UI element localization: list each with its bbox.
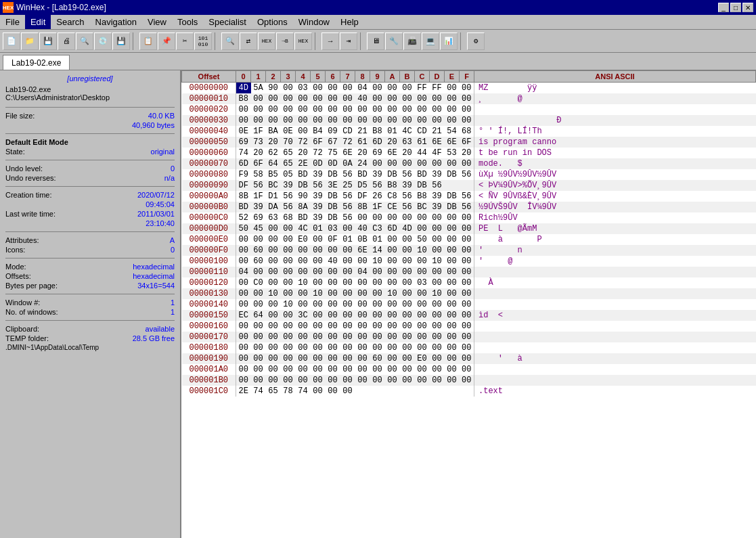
hex-cell[interactable]: 00	[430, 104, 445, 115]
hex-cell[interactable]: 56	[340, 191, 355, 202]
hex-cell[interactable]: 00	[326, 321, 340, 332]
hex-cell[interactable]: 00	[385, 277, 400, 288]
hex-cell[interactable]: 00	[415, 288, 430, 299]
hex-cell[interactable]: 00	[236, 288, 251, 299]
hex-cell[interactable]: 2E	[236, 386, 251, 397]
hex-cell[interactable]: 00	[445, 245, 460, 256]
hex-cell[interactable]: 60	[251, 256, 266, 267]
hex-cell[interactable]: CD	[415, 126, 430, 137]
hex-cell[interactable]: 72	[296, 137, 311, 148]
hex-cell[interactable]: 00	[251, 234, 266, 245]
hex-cell[interactable]: 00	[445, 212, 460, 223]
hex-cell[interactable]: 54	[445, 126, 460, 137]
hex-cell[interactable]: 00	[266, 321, 281, 332]
table-row[interactable]: 0000012000C00000100000000000000003000000…	[182, 277, 756, 288]
table-row[interactable]: 0000013000001000001000000000100000100000	[182, 288, 756, 299]
hex-cell[interactable]: 00	[281, 115, 296, 126]
arrow-right-btn[interactable]: →	[321, 32, 339, 50]
hex-cell[interactable]: 00	[460, 310, 474, 321]
hex-cell[interactable]: 00	[460, 364, 474, 375]
hex-cell[interactable]	[355, 386, 370, 397]
hex-cell[interactable]: 01	[340, 234, 355, 245]
hex-cell[interactable]: B4	[311, 126, 326, 137]
hex-cell[interactable]: 00	[385, 212, 400, 223]
table-row[interactable]: 0000010000600000000040000010000000100000…	[182, 256, 756, 267]
hex-cell[interactable]: 00	[400, 321, 415, 332]
hex-cell[interactable]: 61	[355, 137, 370, 148]
hex-cell[interactable]: 00	[236, 104, 251, 115]
goto-btn[interactable]: →B	[276, 32, 294, 50]
hex-cell[interactable]: 00	[311, 375, 326, 386]
hex-cell[interactable]: 00	[460, 288, 474, 299]
hex-cell[interactable]: BD	[236, 202, 251, 212]
hex-cell[interactable]: F9	[236, 169, 251, 180]
save-button[interactable]: 💾	[39, 32, 57, 50]
tab-lab19[interactable]: Lab19-02.exe	[3, 55, 70, 70]
floppy-button[interactable]: 💾	[112, 32, 130, 50]
hex-cell[interactable]: 6D	[385, 223, 400, 234]
hex-cell[interactable]: 00	[236, 364, 251, 375]
hex-cell[interactable]: 2E	[296, 158, 311, 169]
hex-cell[interactable]: 65	[266, 386, 281, 397]
hex-cell[interactable]: 00	[311, 332, 326, 342]
hex-cell[interactable]: 74	[296, 386, 311, 397]
hex-cell[interactable]: FF	[430, 83, 445, 94]
hex-cell[interactable]: 0A	[340, 158, 355, 169]
menu-item-specialist[interactable]: Specialist	[203, 15, 252, 29]
hex-cell[interactable]: 6E	[445, 137, 460, 148]
hex-cell[interactable]: 20	[296, 148, 311, 158]
hex-cell[interactable]: 00	[400, 115, 415, 126]
hex-cell[interactable]: 00	[296, 126, 311, 137]
hex-cell[interactable]: B8	[415, 191, 430, 202]
hex-cell[interactable]: 56	[340, 212, 355, 223]
hex-cell[interactable]: 00	[311, 299, 326, 310]
hex-cell[interactable]: C8	[385, 191, 400, 202]
table-row[interactable]: 000000D0504500004C01030040C36D4D00000000…	[182, 223, 756, 234]
hex-cell[interactable]: 56	[460, 202, 474, 212]
hex-cell[interactable]: 00	[400, 267, 415, 277]
hex-cell[interactable]: 39	[430, 191, 445, 202]
hex-cell[interactable]: BD	[415, 169, 430, 180]
hex-cell[interactable]: 00	[236, 277, 251, 288]
hex-cell[interactable]: BA	[266, 126, 281, 137]
hex-cell[interactable]: 00	[370, 104, 385, 115]
hex-cell[interactable]: 44	[415, 148, 430, 158]
hex-cell[interactable]: 00	[400, 256, 415, 267]
hex-cell[interactable]: 00	[415, 158, 430, 169]
hex-cell[interactable]: 00	[296, 93, 311, 104]
hex-cell[interactable]: 00	[415, 375, 430, 386]
hex-cell[interactable]: DB	[326, 212, 340, 223]
hex-cell[interactable]: 00	[430, 234, 445, 245]
hex-cell[interactable]: 00	[445, 375, 460, 386]
hex-cell[interactable]: 00	[296, 256, 311, 267]
extra-btn1[interactable]: 🖥	[367, 32, 384, 50]
hex-cell[interactable]: 00	[445, 288, 460, 299]
hex-cell[interactable]: 56	[340, 202, 355, 212]
hex-cell[interactable]: 00	[281, 277, 296, 288]
hex-cell[interactable]: 4C	[400, 126, 415, 137]
hex-cell[interactable]: 00	[296, 342, 311, 353]
hex-cell[interactable]: 00	[355, 342, 370, 353]
hex-cell[interactable]: 00	[460, 277, 474, 288]
hex-cell[interactable]: 50	[415, 234, 430, 245]
hex-cell[interactable]: 00	[430, 310, 445, 321]
hex-cell[interactable]: 00	[355, 256, 370, 267]
hex-cell[interactable]: 00	[236, 375, 251, 386]
hex-cell[interactable]: DB	[326, 169, 340, 180]
hex-button[interactable]: 101010	[194, 32, 212, 50]
hex-cell[interactable]: 00	[400, 310, 415, 321]
hex-cell[interactable]: 00	[266, 245, 281, 256]
hex-cell[interactable]: 00	[266, 267, 281, 277]
hex-cell[interactable]: 00	[370, 93, 385, 104]
hex-cell[interactable]: 00	[266, 332, 281, 342]
hex-cell[interactable]: 0D	[326, 158, 340, 169]
hex-cell[interactable]: 00	[460, 256, 474, 267]
hex-cell[interactable]: 56	[400, 191, 415, 202]
hex-cell[interactable]: 25	[340, 180, 355, 191]
hex-cell[interactable]: 00	[400, 234, 415, 245]
hex-cell[interactable]: 10	[415, 245, 430, 256]
hex-cell[interactable]: DB	[326, 202, 340, 212]
hex-cell[interactable]: 00	[430, 245, 445, 256]
hex-cell[interactable]: 00	[340, 310, 355, 321]
hex-cell[interactable]: 5A	[251, 83, 266, 94]
